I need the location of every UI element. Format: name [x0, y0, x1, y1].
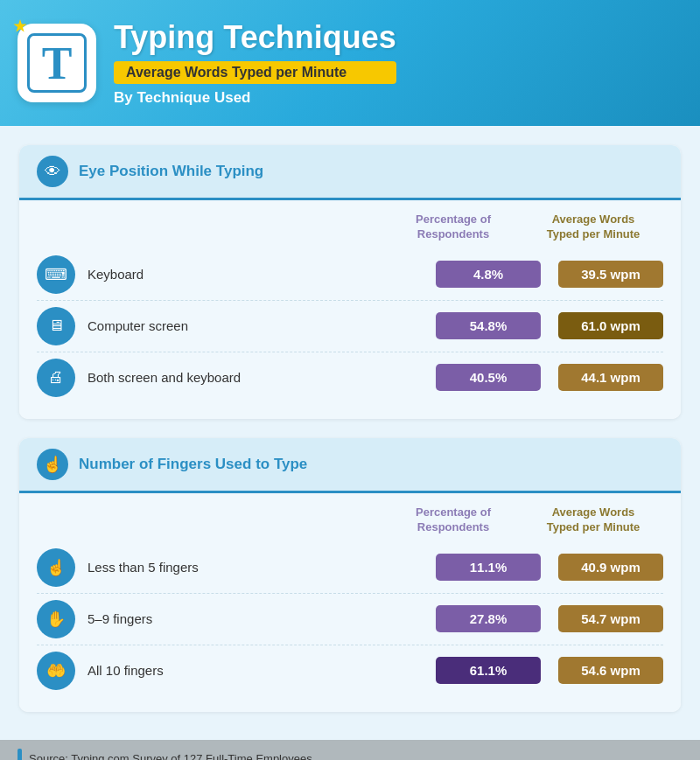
logo-box: T: [18, 24, 96, 102]
section-eye-header: 👁 Eye Position While Typing: [19, 145, 681, 200]
col-headers-fingers: Percentage ofRespondents Average WordsTy…: [37, 506, 663, 535]
row-label: Computer screen: [88, 318, 436, 333]
section-fingers-table: Percentage ofRespondents Average WordsTy…: [19, 493, 681, 712]
row-values: 40.5% 44.1 wpm: [436, 364, 663, 391]
section-eye-title: Eye Position While Typing: [79, 163, 263, 180]
table-row: 🖨 Both screen and keyboard 40.5% 44.1 wp…: [37, 352, 663, 403]
section-eye-table: Percentage ofRespondents Average WordsTy…: [19, 200, 681, 419]
col-headers-eye: Percentage ofRespondents Average WordsTy…: [37, 213, 663, 242]
pct-badge: 54.8%: [436, 312, 541, 339]
row-label: Both screen and keyboard: [88, 370, 436, 385]
five9-icon: ✋: [37, 600, 75, 638]
row-values: 4.8% 39.5 wpm: [436, 261, 663, 288]
col-header-pct-fingers: Percentage ofRespondents: [383, 506, 523, 535]
col-header-pct-eye: Percentage ofRespondents: [383, 213, 523, 242]
pct-badge: 11.1%: [436, 554, 541, 581]
eye-icon: 👁: [37, 156, 68, 187]
table-row: ☝ Less than 5 fingers 11.1% 40.9 wpm: [37, 542, 663, 594]
wpm-badge: 40.9 wpm: [558, 554, 663, 581]
header-subtitle-badge: Average Words Typed per Minute: [114, 61, 396, 84]
wpm-badge: 39.5 wpm: [558, 261, 663, 288]
row-label: Keyboard: [88, 267, 436, 282]
page-header: T Typing Techniques Average Words Typed …: [0, 0, 700, 126]
table-row: ⌨ Keyboard 4.8% 39.5 wpm: [37, 249, 663, 301]
section-eye-position: 👁 Eye Position While Typing Percentage o…: [19, 145, 681, 419]
footer-text: Source: Typing.com Survey of 127 Full-Ti…: [29, 752, 312, 760]
section-fingers-title: Number of Fingers Used to Type: [79, 456, 307, 473]
main-content: 👁 Eye Position While Typing Percentage o…: [0, 126, 700, 740]
row-values: 11.1% 40.9 wpm: [436, 554, 663, 581]
finger-icon: ☝: [37, 449, 68, 480]
ten-icon: 🤲: [37, 652, 75, 690]
row-values: 54.8% 61.0 wpm: [436, 312, 663, 339]
page-title: Typing Techniques: [114, 19, 396, 56]
pct-badge: 61.1%: [436, 657, 541, 684]
page-footer: Source: Typing.com Survey of 127 Full-Ti…: [0, 740, 700, 760]
pct-badge: 40.5%: [436, 364, 541, 391]
header-by-line: By Technique Used: [114, 89, 396, 107]
keyboard-icon: ⌨: [37, 255, 75, 294]
header-text-block: Typing Techniques Average Words Typed pe…: [114, 19, 396, 107]
wpm-badge: 54.6 wpm: [558, 657, 663, 684]
table-row: 🖥 Computer screen 54.8% 61.0 wpm: [37, 301, 663, 352]
pct-badge: 27.8%: [436, 605, 541, 632]
row-label: 5–9 fingers: [88, 611, 436, 626]
footer-bar-accent: [18, 749, 22, 760]
row-label: All 10 fingers: [88, 663, 436, 678]
pct-badge: 4.8%: [436, 261, 541, 288]
wpm-badge: 54.7 wpm: [558, 605, 663, 632]
table-row: 🤲 All 10 fingers 61.1% 54.6 wpm: [37, 645, 663, 696]
col-header-wpm-eye: Average WordsTyped per Minute: [523, 213, 663, 242]
row-values: 61.1% 54.6 wpm: [436, 657, 663, 684]
both-icon: 🖨: [37, 359, 75, 397]
row-values: 27.8% 54.7 wpm: [436, 605, 663, 632]
less5-icon: ☝: [37, 548, 75, 587]
col-header-wpm-fingers: Average WordsTyped per Minute: [523, 506, 663, 535]
row-label: Less than 5 fingers: [88, 560, 436, 575]
t-letter-icon: T: [27, 33, 87, 93]
wpm-badge: 61.0 wpm: [558, 312, 663, 339]
screen-icon: 🖥: [37, 307, 75, 345]
wpm-badge: 44.1 wpm: [558, 364, 663, 391]
section-fingers-header: ☝ Number of Fingers Used to Type: [19, 438, 681, 493]
table-row: ✋ 5–9 fingers 27.8% 54.7 wpm: [37, 594, 663, 645]
section-fingers: ☝ Number of Fingers Used to Type Percent…: [19, 438, 681, 712]
